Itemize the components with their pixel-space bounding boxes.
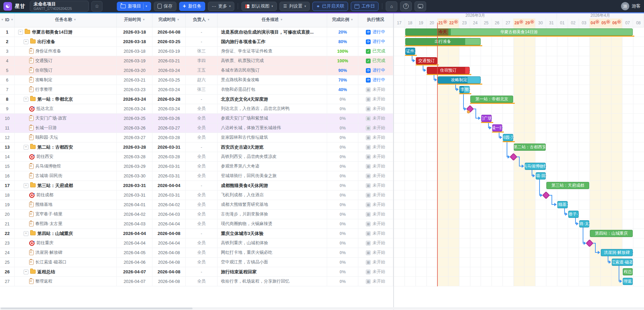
project-info[interactable]: 未命名项目 GANTT_1774026204225 bbox=[30, 1, 89, 12]
table-row[interactable]: 14前往西安2026-03-282026-03-28全员高铁到西安，品尝肉夹馍凉… bbox=[0, 152, 393, 162]
cell-task-name[interactable]: 熊猫基地 bbox=[15, 200, 117, 209]
home-button[interactable]: ⌂ bbox=[386, 1, 397, 11]
sort-triangle-icon[interactable]: ▼ bbox=[1, 18, 4, 21]
cell-task-name[interactable]: 洪崖洞·解放碑 bbox=[15, 248, 117, 257]
gantt-bar[interactable]: 攻略制定 bbox=[438, 76, 481, 84]
collapse-toggle[interactable]: − bbox=[24, 270, 28, 274]
cell-task-name[interactable]: −出行准备 bbox=[15, 37, 117, 46]
table-row[interactable]: 27整理返程2026-04-072026-04-08全员收拾行李，机场返程，分享… bbox=[0, 277, 393, 286]
table-row[interactable]: 18前往成都2026-03-312026-03-31全员飞机到成都，入住酒店0%… bbox=[0, 190, 393, 200]
feedback-button[interactable] bbox=[414, 1, 426, 11]
cell-task-name[interactable]: 攻略制定 bbox=[15, 75, 117, 85]
table-row[interactable]: 20宽窄巷子·锦里2026-04-022026-04-03全员古街漫步，川剧变脸… bbox=[0, 210, 393, 219]
table-row[interactable]: 10天安门广场·故宫2026-03-252026-03-26全员参观天安门广场和… bbox=[0, 114, 393, 123]
cell-task-name[interactable]: 前往重庆 bbox=[15, 238, 117, 248]
gantt-bar[interactable]: 颐和园·天坛 bbox=[503, 134, 513, 141]
avatar[interactable]: 游 bbox=[621, 2, 629, 10]
cell-task-name[interactable]: 长江索道·磁器口 bbox=[15, 258, 117, 267]
collapse-toggle[interactable]: − bbox=[24, 183, 28, 188]
cell-task-name[interactable]: 住宿预订 bbox=[15, 66, 117, 75]
cell-task-name[interactable]: 兵马俑博物馆 bbox=[15, 162, 117, 171]
filter-funnel-icon[interactable]: ▼ bbox=[11, 18, 13, 21]
filter-funnel-icon[interactable]: ▼ bbox=[143, 18, 145, 21]
cell-task-name[interactable]: −第二站：古都西安 bbox=[15, 142, 117, 152]
column-header-负责人[interactable]: 负责人▼ bbox=[186, 12, 218, 27]
cell-task-name[interactable]: 交通预订 bbox=[15, 56, 117, 65]
collapse-toggle[interactable]: − bbox=[24, 145, 28, 150]
column-header-完成比例[interactable]: 完成比例▼ bbox=[327, 12, 358, 27]
table-row[interactable]: 7行李整理2026-03-232026-03-24张三衣物和必需品打包40%▦未… bbox=[0, 85, 393, 95]
cell-task-name[interactable]: −第三站：天府成都 bbox=[15, 181, 117, 190]
table-row[interactable]: 22−第四站：山城重庆2026-04-042026-04-08-重庆立体城市3天… bbox=[0, 229, 393, 238]
filter-funnel-icon[interactable]: ▼ bbox=[177, 18, 179, 21]
column-header-完成时间[interactable]: 完成时间▼ bbox=[152, 12, 186, 27]
table-row[interactable]: 19熊猫基地2026-04-012026-04-02全员成都大熊猫繁育研究基地0… bbox=[0, 200, 393, 210]
help-button[interactable]: ? bbox=[400, 1, 412, 11]
column-header-任务名称[interactable]: 任务名称▼ bbox=[15, 12, 117, 27]
filter-funnel-icon[interactable]: ▼ bbox=[74, 18, 76, 21]
filter-funnel-icon[interactable]: ▼ bbox=[350, 18, 353, 21]
gantt-bar[interactable]: 第一站：帝都北京 bbox=[470, 96, 513, 103]
collapse-toggle[interactable]: − bbox=[24, 97, 28, 102]
cell-task-name[interactable]: 整理返程 bbox=[15, 277, 117, 286]
table-row[interactable]: 6攻略制定2026-03-212026-03-25赵六景点路线和美食攻略70%⟳… bbox=[0, 75, 393, 85]
collapse-toggle[interactable]: − bbox=[18, 30, 23, 35]
cell-task-name[interactable]: 前往成都 bbox=[15, 190, 117, 200]
gantt-bar[interactable]: 住宿预订 bbox=[427, 67, 470, 74]
table-row[interactable]: 17−第三站：天府成都2026-03-312026-04-04-成都熊猫美食4天… bbox=[0, 181, 393, 190]
cell-task-name[interactable]: −第四站：山城重庆 bbox=[15, 229, 117, 238]
workday-button[interactable]: 工作日 bbox=[351, 2, 379, 11]
cell-task-name[interactable]: 抵达北京 bbox=[15, 104, 117, 113]
gantt-bar[interactable]: 第三站：天府成都 bbox=[546, 182, 589, 189]
gantt-bar[interactable]: 古城墙·回民街 bbox=[536, 172, 546, 179]
table-row[interactable]: 4交通预订2026-03-192026-03-21李四高铁票、机票预订完成100… bbox=[0, 56, 393, 66]
gantt-bar[interactable]: 行李整理 bbox=[459, 86, 470, 93]
gantt-bar[interactable]: 交通预订 bbox=[416, 57, 437, 64]
link-toggle-button[interactable]: ⚭ 已开启关联 bbox=[312, 2, 348, 11]
table-row[interactable]: 5住宿预订2026-03-202026-03-24王五各城市酒店民宿预订90%⟳… bbox=[0, 66, 393, 75]
filter-funnel-icon[interactable]: ▼ bbox=[280, 18, 283, 21]
save-button[interactable]: 保存 bbox=[154, 2, 176, 11]
gantt-milestone[interactable] bbox=[542, 191, 550, 199]
new-task-button[interactable]: + 新任务 bbox=[179, 2, 205, 11]
new-project-button[interactable]: 新项目 ▾ bbox=[117, 2, 151, 11]
table-row[interactable]: 15兵马俑博物馆2026-03-292026-03-31全员参观世界第八大奇迹0… bbox=[0, 162, 393, 171]
gantt-bar[interactable]: 洪崖洞·解放碑 bbox=[601, 249, 633, 256]
scrollbar-thumb[interactable] bbox=[1, 308, 193, 309]
table-row[interactable]: 16古城墙·回民街2026-03-302026-03-31全员登城墙骑行，回民街… bbox=[0, 171, 393, 181]
cell-task-name[interactable]: 身份证件准备 bbox=[15, 47, 117, 56]
gantt-bar[interactable]: 第二站：古都西安 bbox=[514, 144, 546, 151]
collapse-toggle[interactable]: − bbox=[24, 39, 28, 44]
table-row[interactable]: 12颐和园·天坛2026-03-272026-03-28全员皇家园林和古代祭坛建… bbox=[0, 133, 393, 142]
cell-task-name[interactable]: 宽窄巷子·锦里 bbox=[15, 210, 117, 219]
cell-task-name[interactable]: 前往西安 bbox=[15, 152, 117, 161]
cell-task-name[interactable]: 古城墙·回民街 bbox=[15, 171, 117, 181]
gantt-bar[interactable]: 熊猫基地 bbox=[557, 201, 568, 208]
gantt-bar[interactable]: 长城一日游 bbox=[492, 124, 503, 132]
filter-funnel-icon[interactable]: ▼ bbox=[207, 18, 210, 21]
cell-task-name[interactable]: 颐和园·天坛 bbox=[15, 133, 117, 142]
gantt-bar[interactable]: 整理返程 bbox=[623, 278, 633, 285]
cell-task-name[interactable]: 行李整理 bbox=[15, 85, 117, 94]
cell-task-name[interactable]: −华夏古都美食14日游 bbox=[15, 27, 117, 37]
default-view-button[interactable]: 默认视图 ▾ bbox=[242, 2, 277, 11]
column-header-开始时间[interactable]: 开始时间▼ bbox=[117, 12, 152, 27]
gantt-bar[interactable]: 返程总结 bbox=[623, 268, 633, 275]
column-header-ID[interactable]: ▼ID▼ bbox=[0, 12, 15, 27]
cell-task-name[interactable]: −返程总结 bbox=[15, 267, 117, 276]
column-settings-button[interactable]: ☰ 列设置 ▾ bbox=[280, 2, 310, 11]
table-row[interactable]: 1−华夏古都美食14日游2026-03-182026-04-08-这是系统自动生… bbox=[0, 27, 393, 37]
horizontal-scrollbar[interactable] bbox=[0, 307, 644, 310]
column-header-执行情况[interactable]: 执行情况 bbox=[358, 12, 393, 27]
gantt-bar[interactable]: 出行准备 bbox=[405, 38, 481, 45]
table-row[interactable]: 26−返程总结2026-04-072026-04-08-旅行结束返程回家0%▦未… bbox=[0, 267, 393, 277]
table-row[interactable]: 23前往重庆2026-04-042026-04-04全员高铁到重庆，山城初体验0… bbox=[0, 238, 393, 248]
gantt-bar[interactable]: 第四站：山城重庆 bbox=[590, 230, 633, 237]
table-row[interactable]: 24洪崖洞·解放碑2026-04-052026-04-08全员网红打卡地，重庆火… bbox=[0, 248, 393, 258]
collapse-toggle[interactable]: − bbox=[24, 231, 28, 236]
gantt-bar[interactable]: 身份证件准备 bbox=[405, 48, 416, 55]
gantt-bar[interactable]: 春熙路·太古里 bbox=[579, 220, 590, 227]
table-row[interactable]: 2−出行准备2026-03-182026-03-25-国内旅行各项准备工作80%… bbox=[0, 37, 393, 47]
more-button[interactable]: ⋯ 更多 ▾ bbox=[208, 2, 235, 11]
table-row[interactable]: 21春熙路·太古里2026-04-032026-04-04全员现代商圈购物，火锅… bbox=[0, 219, 393, 229]
